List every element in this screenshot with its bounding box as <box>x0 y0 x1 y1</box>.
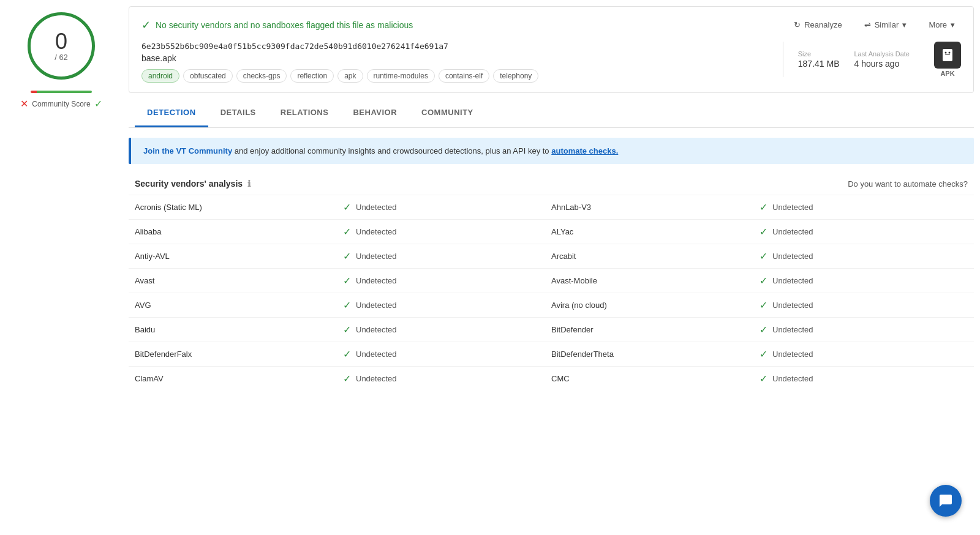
vendor-name-right: BitDefender <box>551 325 760 334</box>
detection-left: ✓ Undetected <box>343 275 551 286</box>
reanalyze-icon: ↻ <box>794 20 801 29</box>
check-circle-icon: ✓ <box>343 201 351 213</box>
detection-right: ✓ Undetected <box>760 324 968 335</box>
detection-left: ✓ Undetected <box>343 324 551 335</box>
detection-left-text: Undetected <box>356 252 397 261</box>
detection-left: ✓ Undetected <box>343 373 551 384</box>
table-row: ClamAV ✓ Undetected CMC ✓ Undetected <box>129 366 974 391</box>
tag-obfuscated[interactable]: obfuscated <box>183 69 233 83</box>
vendor-name-left: ClamAV <box>135 374 343 383</box>
file-name: base.apk <box>141 53 783 63</box>
score-bar <box>31 91 92 93</box>
analysis-title-text: Security vendors' analysis <box>135 179 243 189</box>
detection-right-text: Undetected <box>772 350 813 359</box>
analysis-title: Security vendors' analysis ℹ <box>135 179 251 189</box>
size-value: 187.41 MB <box>798 59 840 69</box>
similar-icon: ⇌ <box>864 20 871 29</box>
check-circle-icon: ✓ <box>760 348 767 360</box>
detection-left-text: Undetected <box>356 227 397 236</box>
size-meta: Size 187.41 MB <box>798 50 840 69</box>
table-row: Antiy-AVL ✓ Undetected Arcabit ✓ Undetec… <box>129 244 974 268</box>
vendor-name-right: CMC <box>551 374 760 383</box>
detection-right: ✓ Undetected <box>760 226 968 238</box>
vendor-name-right: BitDefenderTheta <box>551 350 760 359</box>
detection-right: ✓ Undetected <box>760 201 968 213</box>
chat-button[interactable] <box>930 485 962 517</box>
date-label: Last Analysis Date <box>854 50 910 58</box>
detection-left: ✓ Undetected <box>343 250 551 262</box>
table-row: Acronis (Static ML) ✓ Undetected AhnLab-… <box>129 195 974 219</box>
detection-left-text: Undetected <box>356 203 397 212</box>
analysis-section: Security vendors' analysis ℹ Do you want… <box>129 170 974 391</box>
tag-apk[interactable]: apk <box>337 69 363 83</box>
detection-right-text: Undetected <box>772 325 813 334</box>
tabs-bar: DETECTION DETAILS RELATIONS BEHAVIOR COM… <box>129 99 974 128</box>
tag-reflection[interactable]: reflection <box>290 69 334 83</box>
detection-left-text: Undetected <box>356 301 397 310</box>
detection-right: ✓ Undetected <box>760 373 968 384</box>
reanalyze-button[interactable]: ↻ Reanalyze <box>788 17 848 33</box>
score-circle: 0 / 62 <box>28 12 95 80</box>
detection-right-text: Undetected <box>772 276 813 285</box>
more-button[interactable]: More ▾ <box>922 17 961 33</box>
tab-behavior[interactable]: BEHAVIOR <box>341 99 409 127</box>
tag-runtime-modules[interactable]: runtime-modules <box>367 69 435 83</box>
file-header: ✓ No security vendors and no sandboxes f… <box>129 6 974 93</box>
tab-details[interactable]: DETAILS <box>208 99 268 127</box>
file-info: 6e23b552b6bc909e4a0f51b5cc9309fdac72de54… <box>141 42 961 83</box>
detection-right-text: Undetected <box>772 203 813 212</box>
tag-contains-elf[interactable]: contains-elf <box>439 69 489 83</box>
vendor-name-left: Acronis (Static ML) <box>135 203 343 212</box>
svg-rect-2 <box>945 54 950 55</box>
community-score: ✕ Community Score ✓ <box>20 98 102 110</box>
community-score-label: Community Score <box>32 100 90 108</box>
vendor-name-right: Avira (no cloud) <box>551 301 760 310</box>
info-icon[interactable]: ℹ <box>247 179 251 189</box>
table-row: Alibaba ✓ Undetected ALYac ✓ Undetected <box>129 219 974 244</box>
apk-icon: APK <box>934 42 961 77</box>
tag-checks-gps[interactable]: checks-gps <box>236 69 287 83</box>
status-clean-icon: ✓ <box>141 18 151 32</box>
detection-left-text: Undetected <box>356 350 397 359</box>
more-label: More <box>929 20 947 29</box>
check-circle-icon: ✓ <box>343 299 351 311</box>
tab-detection[interactable]: DETECTION <box>135 99 208 127</box>
detection-left: ✓ Undetected <box>343 226 551 238</box>
detection-right: ✓ Undetected <box>760 250 968 262</box>
detection-left: ✓ Undetected <box>343 299 551 311</box>
check-circle-icon: ✓ <box>343 250 351 262</box>
header-actions: ↻ Reanalyze ⇌ Similar ▾ More ▾ <box>788 17 961 33</box>
check-circle-icon: ✓ <box>760 226 767 238</box>
main-content: ✓ No security vendors and no sandboxes f… <box>123 0 980 535</box>
file-meta: Size 187.41 MB Last Analysis Date 4 hour… <box>783 42 961 77</box>
automate-link: Do you want to automate checks? <box>848 179 968 189</box>
page-wrapper: 0 / 62 ✕ Community Score ✓ ✓ No security… <box>0 0 980 535</box>
similar-button[interactable]: ⇌ Similar ▾ <box>858 17 913 33</box>
tab-community[interactable]: COMMUNITY <box>409 99 486 127</box>
vt-community-link[interactable]: Join the VT Community <box>143 146 232 155</box>
detection-right: ✓ Undetected <box>760 275 968 286</box>
size-label: Size <box>798 50 840 58</box>
x-icon: ✕ <box>20 98 28 110</box>
check-circle-icon: ✓ <box>760 201 767 213</box>
vendor-name-right: AhnLab-V3 <box>551 203 760 212</box>
file-hash: 6e23b552b6bc909e4a0f51b5cc9309fdac72de54… <box>141 42 783 51</box>
community-banner: Join the VT Community and enjoy addition… <box>129 138 974 164</box>
tab-relations[interactable]: RELATIONS <box>268 99 341 127</box>
tag-telephony[interactable]: telephony <box>493 69 538 83</box>
check-circle-icon: ✓ <box>343 226 351 238</box>
automate-checks-link[interactable]: automate checks. <box>551 146 618 155</box>
apk-label: APK <box>940 70 954 77</box>
apk-box <box>934 42 961 69</box>
status-clean: ✓ No security vendors and no sandboxes f… <box>141 18 413 32</box>
similar-chevron-icon: ▾ <box>902 20 907 29</box>
check-circle-icon: ✓ <box>760 373 767 384</box>
detection-left: ✓ Undetected <box>343 348 551 360</box>
tag-android[interactable]: android <box>141 69 179 83</box>
date-meta: Last Analysis Date 4 hours ago <box>854 50 910 69</box>
vendor-name-left: Alibaba <box>135 227 343 236</box>
tags-container: android obfuscated checks-gps reflection… <box>141 69 783 83</box>
detection-left: ✓ Undetected <box>343 201 551 213</box>
vendor-name-left: AVG <box>135 301 343 310</box>
check-circle-icon: ✓ <box>343 275 351 286</box>
